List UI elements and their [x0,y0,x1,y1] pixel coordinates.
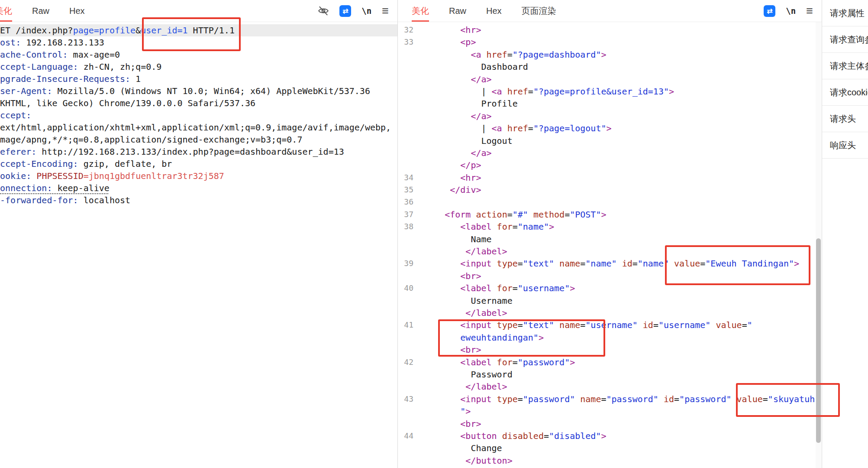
code-row[interactable]: 42 <label for="password"> [398,356,822,368]
code-row[interactable]: "> [398,405,822,417]
tab-label: Raw [32,6,49,16]
code-row[interactable]: 33 <p> [398,36,822,48]
token: Username [471,296,512,306]
token: "?page=dashboard" [513,49,601,60]
code-row[interactable]: <a href="?page=dashboard"> [398,49,822,61]
tab-hex[interactable]: Hex [486,0,502,22]
token: "name" [518,221,549,232]
newline-icon[interactable]: \n [786,6,796,16]
code-row[interactable]: 43 <input type="password" name="password… [398,393,822,405]
line-number: 36 [398,196,413,208]
line-number [398,295,413,307]
code-text: </a> [413,147,492,159]
token: id [622,258,632,269]
code-row[interactable]: Password [398,368,822,380]
token: "name" [585,258,616,269]
eye-off-icon[interactable] [318,5,329,16]
code-row[interactable]: 34 <hr> [398,172,822,184]
code-text: eweuhtandingan"> [413,332,544,344]
code-row[interactable]: </a> [398,110,822,122]
request-line[interactable]: text/html,application/xhtml+xml,applicat… [0,121,397,133]
token: </div> [450,185,481,195]
code-row[interactable]: 41 <input type="text" name="username" id… [398,319,822,331]
request-line[interactable]: Accept-Language: zh-CN, zh;q=0.9 [0,61,397,73]
tab-beautify[interactable]: 美化 [0,0,12,22]
request-line[interactable]: X-forwarded-for: localhost [0,194,397,206]
code-row[interactable]: | <a href="?page=logout"> [398,122,822,134]
line-number: 37 [398,208,413,221]
response-code-viewer[interactable]: 32 <hr>33 <p> <a href="?page=dashboard">… [398,22,822,468]
code-row[interactable]: 32 <hr> [398,24,822,36]
request-line[interactable]: Upgrade-Insecure-Requests: 1 [0,73,397,85]
request-line[interactable]: Cache-Control: max-age=0 [0,49,397,61]
request-line[interactable]: Accept: [0,109,397,121]
code-row[interactable]: 39 <input type="text" name="name" id="na… [398,257,822,270]
code-row[interactable]: </label> [398,307,822,319]
code-row[interactable]: </a> [398,73,822,85]
request-line[interactable]: Cookie: PHPSESSID=jbnq1gbdfuenltrar3tr32… [0,170,397,182]
code-row[interactable]: 35 </div> [398,184,822,196]
token: "name" [638,258,669,269]
code-row[interactable]: Profile [398,98,822,110]
tab-hex[interactable]: Hex [69,0,85,22]
token: = [580,258,585,269]
token: > [669,86,674,97]
request-toolbar: ⇄ \n ≡ [318,5,397,17]
menu-icon[interactable]: ≡ [806,5,813,17]
tab-page-render[interactable]: 页面渲染 [522,0,556,22]
code-row[interactable]: | <a href="?page=profile&user_id=13"> [398,85,822,98]
code-row[interactable]: </a> [398,147,822,159]
vertical-scrollbar[interactable] [816,22,821,468]
tab-label: 美化 [412,5,429,17]
code-row[interactable]: <br> [398,418,822,430]
code-row[interactable]: 38 <label for="name"> [398,221,822,233]
inspector-request-query-params[interactable]: 请求查询参数 [822,26,868,53]
request-line[interactable]: Host: 192.168.213.133 [0,36,397,49]
request-line[interactable]: Accept-Encoding: gzip, deflate, br [0,158,397,170]
code-row[interactable]: <br> [398,344,822,356]
request-line[interactable]: GET /index.php?page=profile&user_id=1 HT… [0,24,397,36]
request-line[interactable]: Connection: keep-alive [0,182,397,194]
token: <input [460,394,497,404]
code-row[interactable]: eweuhtandingan"> [398,332,822,344]
inspector-response-headers[interactable]: 响应头 [822,132,868,159]
code-text: <a href="?page=dashboard"> [413,49,606,61]
request-line[interactable]: User-Agent: Mozilla/5.0 (Windows NT 10.0… [0,85,397,97]
token: = [513,221,518,232]
code-row[interactable]: Username [398,295,822,307]
code-row[interactable]: Dashboard [398,61,822,73]
line-number [398,307,413,319]
code-row[interactable]: Logout [398,135,822,147]
code-row[interactable]: 36 [398,196,822,208]
scrollbar-thumb[interactable] [816,238,821,443]
line-number [398,73,413,85]
beautify-icon[interactable]: ⇄ [764,5,775,17]
code-row[interactable]: </label> [398,380,822,393]
token: > [570,357,575,367]
code-row[interactable]: 37 <form action="#" method="POST"> [398,208,822,221]
code-row[interactable]: </button> [398,455,822,467]
beautify-icon[interactable]: ⇄ [339,5,351,17]
request-line[interactable]: image/apng,*/*;q=0.8,application/signed-… [0,133,397,146]
request-line[interactable]: Referer: http://192.168.213.133/index.ph… [0,146,397,158]
code-row[interactable]: 40 <label for="username"> [398,282,822,294]
inspector-request-cookie[interactable]: 请求cookie [822,79,868,106]
code-row[interactable]: </label> [398,245,822,257]
tab-raw[interactable]: Raw [32,0,49,22]
request-line[interactable]: (KHTML, like Gecko) Chrome/139.0.0.0 Saf… [0,97,397,109]
tab-beautify[interactable]: 美化 [412,0,429,22]
inspector-request-attrs[interactable]: 请求属性 [822,0,868,26]
code-row[interactable]: 44 <button disabled="disabled"> [398,430,822,442]
token: Cache-Control: [0,49,68,60]
code-row[interactable]: Name [398,233,822,245]
inspector-request-body-params[interactable]: 请求主体参数 [822,53,868,79]
request-editor[interactable]: GET /index.php?page=profile&user_id=1 HT… [0,22,397,468]
inspector-request-headers[interactable]: 请求头 [822,106,868,132]
tab-raw[interactable]: Raw [449,0,466,22]
code-row[interactable]: </p> [398,159,822,171]
code-row[interactable]: Change [398,442,822,454]
code-row[interactable]: <br> [398,270,822,282]
newline-icon[interactable]: \n [361,6,371,16]
menu-icon[interactable]: ≡ [382,5,389,17]
line-number [398,98,413,110]
